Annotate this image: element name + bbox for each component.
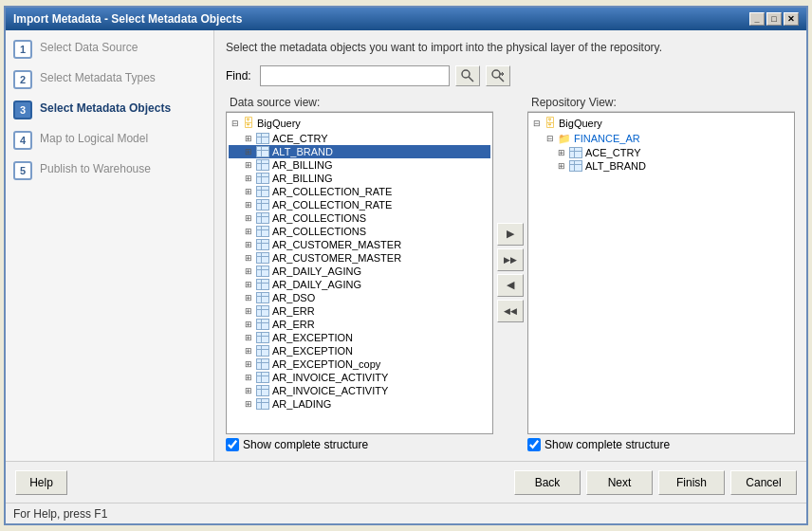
table-icon xyxy=(256,345,269,357)
table-icon-repo xyxy=(569,147,582,158)
repo-root-label: BigQuery xyxy=(559,118,602,129)
remove-one-button[interactable]: ◀ xyxy=(497,274,524,297)
find-row: Find: xyxy=(226,65,795,86)
expand-ace-icon[interactable]: ⊞ xyxy=(557,148,566,157)
datasource-tree-scroll[interactable]: ⊟ 🗄 BigQuery ⊞ ACE_CTRY ⊞ xyxy=(227,113,492,433)
table-icon xyxy=(256,372,269,383)
add-all-icon: ▶▶ xyxy=(504,255,517,265)
list-item[interactable]: ⊞ AR_COLLECTIONS xyxy=(229,225,490,238)
remove-all-button[interactable]: ◀◀ xyxy=(497,300,524,322)
table-icon xyxy=(256,279,269,290)
expand-node-icon[interactable]: ⊞ xyxy=(244,293,253,302)
status-text: For Help, press F1 xyxy=(13,507,107,521)
expand-node-icon[interactable]: ⊞ xyxy=(244,306,253,316)
step-5: 5 Publish to Warehouse xyxy=(13,161,206,180)
step-4-number: 4 xyxy=(13,131,32,150)
repo-root-bigquery[interactable]: ⊟ 🗄 BigQuery xyxy=(530,115,792,132)
add-one-button[interactable]: ▶ xyxy=(497,223,524,246)
expand-node-icon[interactable]: ⊞ xyxy=(244,359,253,369)
show-complete-structure-right: Show complete structure xyxy=(527,438,795,451)
expand-finance-icon[interactable]: ⊟ xyxy=(545,134,555,143)
finish-button[interactable]: Finish xyxy=(658,470,725,495)
expand-node-icon[interactable]: ⊞ xyxy=(244,280,253,289)
expand-node-icon[interactable]: ⊞ xyxy=(244,266,253,276)
show-structure-left-label: Show complete structure xyxy=(243,438,368,451)
repo-node-ace-ctry[interactable]: ⊞ ACE_CTRY xyxy=(530,146,792,159)
finance-folder-icon: 📁 xyxy=(558,133,571,145)
tree-root-bigquery[interactable]: ⊟ 🗄 BigQuery xyxy=(229,115,490,132)
node-label: AR_CUSTOMER_MASTER xyxy=(272,252,401,264)
table-icon xyxy=(256,146,269,157)
list-item[interactable]: ⊞ AR_COLLECTIONS xyxy=(229,211,490,225)
show-complete-structure-left: Show complete structure xyxy=(226,438,493,451)
expand-node-icon[interactable]: ⊞ xyxy=(244,399,253,409)
list-item[interactable]: ⊞ AR_DAILY_AGING xyxy=(229,265,490,278)
list-item[interactable]: ⊞ AR_ERR xyxy=(229,304,490,318)
help-button[interactable]: Help xyxy=(15,470,67,495)
node-label: AR_ERR xyxy=(272,305,315,317)
list-item[interactable]: ⊞ AR_BILLING xyxy=(229,158,490,172)
close-button[interactable]: ✕ xyxy=(784,12,799,26)
step-5-label: Publish to Warehouse xyxy=(40,161,151,177)
expand-icon[interactable]: ⊟ xyxy=(532,119,542,128)
find-input[interactable] xyxy=(260,65,450,86)
show-structure-left-checkbox[interactable] xyxy=(226,438,239,451)
list-item[interactable]: ⊞ AR_COLLECTION_RATE xyxy=(229,198,490,211)
repo-node-finance-ar[interactable]: ⊟ 📁 FINANCE_AR xyxy=(530,132,792,146)
minimize-button[interactable]: _ xyxy=(749,12,765,26)
remove-one-icon: ◀ xyxy=(507,279,514,291)
list-item[interactable]: ⊞ AR_DSO xyxy=(229,291,490,304)
repo-node-alt-brand[interactable]: ⊞ ALT_BRAND xyxy=(530,159,792,173)
list-item[interactable]: ⊞ AR_CUSTOMER_MASTER xyxy=(229,238,490,251)
add-all-button[interactable]: ▶▶ xyxy=(497,248,524,271)
expand-node-icon[interactable]: ⊞ xyxy=(244,227,253,236)
tree-node-alt-brand[interactable]: ⊞ ALT_BRAND xyxy=(229,145,490,158)
expand-node-icon[interactable]: ⊞ xyxy=(244,147,253,156)
list-item[interactable]: ⊞ AR_BILLING xyxy=(229,172,490,185)
list-item[interactable]: ⊞ AR_INVOICE_ACTIVITY xyxy=(229,384,490,397)
find-button[interactable] xyxy=(455,65,480,86)
node-label: AR_LADING xyxy=(272,398,331,410)
next-button[interactable]: Next xyxy=(586,470,653,495)
expand-node-icon[interactable]: ⊞ xyxy=(244,240,253,249)
list-item[interactable]: ⊞ AR_INVOICE_ACTIVITY xyxy=(229,371,490,384)
repository-tree: ⊟ 🗄 BigQuery ⊟ 📁 FINANCE_AR xyxy=(527,112,795,434)
table-icon xyxy=(256,226,269,237)
expand-node-icon[interactable]: ⊞ xyxy=(244,174,253,183)
list-item[interactable]: ⊞ AR_CUSTOMER_MASTER xyxy=(229,251,490,265)
expand-node-icon[interactable]: ⊞ xyxy=(244,200,253,210)
repository-tree-scroll[interactable]: ⊟ 🗄 BigQuery ⊟ 📁 FINANCE_AR xyxy=(528,113,794,433)
expand-node-icon[interactable]: ⊞ xyxy=(244,320,253,329)
expand-node-icon[interactable]: ⊞ xyxy=(244,346,253,356)
list-item[interactable]: ⊞ AR_EXCEPTION xyxy=(229,331,490,344)
datasource-tree: ⊟ 🗄 BigQuery ⊞ ACE_CTRY ⊞ xyxy=(226,112,493,434)
tree-node-ace-ctry[interactable]: ⊞ ACE_CTRY xyxy=(229,132,490,145)
show-structure-right-checkbox[interactable] xyxy=(527,438,541,451)
expand-node-icon[interactable]: ⊞ xyxy=(244,373,253,382)
expand-node-icon[interactable]: ⊞ xyxy=(244,134,253,143)
expand-node-icon[interactable]: ⊞ xyxy=(244,213,253,223)
help-area: Help xyxy=(15,470,67,495)
list-item[interactable]: ⊞ AR_EXCEPTION xyxy=(229,344,490,357)
step-4: 4 Map to Logical Model xyxy=(13,131,206,150)
list-item[interactable]: ⊞ AR_DAILY_AGING xyxy=(229,278,490,291)
expand-node-icon[interactable]: ⊞ xyxy=(244,333,253,342)
back-button[interactable]: Back xyxy=(514,470,581,495)
list-item[interactable]: ⊞ AR_ERR xyxy=(229,318,490,331)
expand-node-icon[interactable]: ⊞ xyxy=(244,160,253,170)
expand-node-icon[interactable]: ⊞ xyxy=(244,253,253,263)
expand-node-icon[interactable]: ⊞ xyxy=(244,386,253,395)
maximize-button[interactable]: □ xyxy=(766,12,782,26)
cancel-button[interactable]: Cancel xyxy=(730,470,797,495)
expand-alt-icon[interactable]: ⊞ xyxy=(557,161,566,171)
list-item[interactable]: ⊞ AR_EXCEPTION_copy xyxy=(229,357,490,371)
list-item[interactable]: ⊞ AR_LADING xyxy=(229,397,490,411)
expand-node-icon[interactable]: ⊞ xyxy=(244,187,253,196)
list-item[interactable]: ⊞ AR_COLLECTION_RATE xyxy=(229,185,490,198)
find-next-button[interactable] xyxy=(486,65,510,86)
datasource-view-label: Data source view: xyxy=(226,94,493,112)
svg-line-3 xyxy=(499,77,504,82)
show-structure-right-label: Show complete structure xyxy=(544,438,670,451)
finance-ar-label: FINANCE_AR xyxy=(574,133,640,144)
expand-icon[interactable]: ⊟ xyxy=(231,119,240,128)
